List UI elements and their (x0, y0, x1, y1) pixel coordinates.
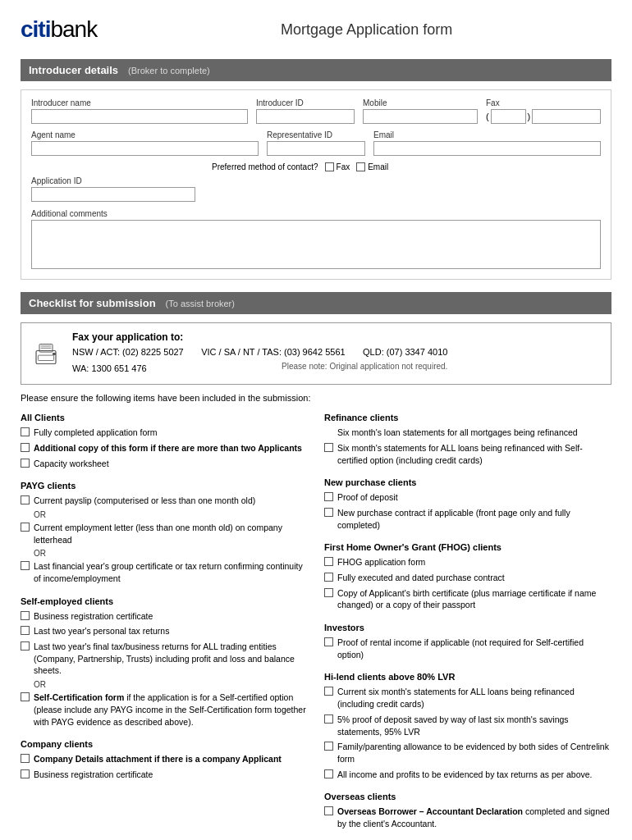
checkbox[interactable] (21, 459, 30, 468)
list-item: New purchase contract if applicable (fro… (324, 507, 611, 531)
list-item: Current employment letter (less than one… (21, 522, 308, 546)
self-employed-group: Self-employed clients Business registrat… (21, 596, 308, 728)
overseas-title: Overseas clients (324, 792, 611, 801)
checklist-header-title: Checklist for submission (29, 297, 156, 309)
checkbox[interactable] (21, 495, 30, 504)
list-item: All income and profits to be evidenced b… (324, 769, 611, 781)
checklist-section: Checklist for submission (To assist brok… (21, 292, 611, 840)
list-item: Six month's loan statements for all mort… (324, 427, 611, 439)
checkbox[interactable] (324, 687, 333, 696)
checkbox[interactable] (324, 742, 333, 751)
rep-id-input[interactable] (267, 141, 365, 156)
left-column: All Clients Fully completed application … (21, 413, 308, 840)
new-purchase-title: New purchase clients (324, 477, 611, 487)
hi-lend-title: Hi-lend clients above 80% LVR (324, 672, 611, 682)
email-group: Email (373, 130, 601, 156)
list-item: Capacity worksheet (21, 458, 308, 470)
email-option-group[interactable]: Email (356, 162, 388, 171)
introducer-name-input[interactable] (31, 109, 248, 124)
fax-option-label: Fax (337, 162, 350, 171)
list-item: Copy of Applicant's birth certificate (p… (324, 587, 611, 611)
rep-id-group: Representative ID (267, 130, 365, 156)
list-item: Overseas Borrower – Accountant Declarati… (324, 806, 611, 829)
fhog-group: First Home Owner's Grant (FHOG) clients … (324, 542, 611, 611)
checkbox[interactable] (21, 523, 30, 532)
fhog-title: First Home Owner's Grant (FHOG) clients (324, 542, 611, 552)
fax-option-group[interactable]: Fax (325, 162, 350, 171)
checklist-columns: All Clients Fully completed application … (21, 413, 611, 840)
fax-checkbox[interactable] (325, 162, 334, 171)
checkbox[interactable] (21, 427, 30, 436)
introducer-id-group: Introducer ID (256, 98, 355, 124)
no-checkbox-spacer (324, 427, 333, 436)
checkbox[interactable] (21, 626, 30, 635)
app-id-label: Application ID (31, 176, 195, 185)
email-checkbox[interactable] (356, 162, 365, 171)
refinance-group: Refinance clients Six month's loan state… (324, 413, 611, 466)
checkbox[interactable] (324, 806, 333, 815)
checkbox[interactable] (324, 443, 333, 452)
checkbox[interactable] (21, 611, 30, 620)
fax-wa: WA: 1300 651 476 (72, 362, 147, 377)
list-item: Proof of deposit (324, 491, 611, 504)
fax-area-input[interactable] (491, 109, 526, 124)
checkbox[interactable] (21, 641, 30, 651)
checkbox[interactable] (21, 754, 30, 763)
checkbox[interactable] (324, 557, 333, 566)
fax-number-input[interactable] (532, 109, 601, 124)
company-clients-group: Company clients Company Details attachme… (21, 739, 308, 780)
rep-id-label: Representative ID (267, 130, 365, 139)
introducer-sub-label: (Broker to complete) (128, 66, 210, 75)
checkbox[interactable] (324, 588, 333, 597)
introducer-id-label: Introducer ID (256, 98, 355, 107)
fax-close-paren: ) (528, 109, 531, 124)
additional-comments-input[interactable] (31, 220, 601, 269)
fax-box-top-row: Fax your application to: NSW / ACT: (02)… (33, 331, 599, 376)
checkbox[interactable] (324, 714, 333, 724)
checkbox[interactable] (324, 637, 333, 646)
fax-note: Please note: Original application not re… (147, 362, 448, 377)
checkbox[interactable] (324, 769, 333, 778)
checkbox[interactable] (21, 692, 30, 701)
investors-title: Investors (324, 623, 611, 632)
list-item: Business registration certificate (21, 610, 308, 623)
mobile-label: Mobile (363, 98, 478, 107)
checkbox[interactable] (324, 573, 333, 582)
svg-rect-0 (36, 350, 56, 363)
introducer-name-label: Introducer name (31, 98, 248, 107)
checkbox[interactable] (21, 443, 30, 452)
introducer-header-title: Introducer details (29, 64, 118, 76)
self-employed-title: Self-employed clients (21, 596, 308, 606)
email-input[interactable] (373, 141, 601, 156)
all-clients-title: All Clients (21, 413, 308, 422)
checklist-intro-text: Please ensure the following items have b… (21, 393, 611, 403)
overseas-group: Overseas clients Overseas Borrower – Acc… (324, 792, 611, 829)
app-id-group: Application ID (31, 176, 195, 202)
mobile-input[interactable] (363, 109, 478, 124)
app-id-input[interactable] (31, 187, 195, 202)
right-column: Refinance clients Six month's loan state… (324, 413, 611, 840)
fax-box-content: Fax your application to: NSW / ACT: (02)… (72, 331, 447, 376)
list-item: Last financial year's group certificate … (21, 560, 308, 584)
or-separator: OR (34, 549, 308, 558)
checkbox[interactable] (324, 492, 333, 501)
introducer-id-input[interactable] (256, 109, 355, 124)
list-item: Last two year's personal tax returns (21, 625, 308, 637)
investors-group: Investors Proof of rental income if appl… (324, 623, 611, 660)
svg-rect-2 (38, 355, 53, 360)
checkbox[interactable] (324, 508, 333, 517)
checklist-header: Checklist for submission (To assist brok… (21, 292, 611, 314)
checkbox[interactable] (21, 769, 30, 778)
introducer-header: Introducer details (Broker to complete) (21, 59, 611, 81)
list-item: Business registration certificate (21, 769, 308, 781)
field-row-1: Introducer name Introducer ID Mobile Fax… (31, 98, 601, 124)
mobile-group: Mobile (363, 98, 478, 124)
list-item: Fully executed and dated purchase contra… (324, 572, 611, 584)
agent-name-input[interactable] (31, 141, 259, 156)
payg-title: PAYG clients (21, 481, 308, 491)
hi-lend-group: Hi-lend clients above 80% LVR Current si… (324, 672, 611, 780)
list-item: FHOG application form (324, 556, 611, 568)
checkbox[interactable] (21, 561, 30, 570)
checklist-sub-label: (To assist broker) (166, 299, 235, 308)
logo-citi-text: citi (21, 16, 50, 42)
